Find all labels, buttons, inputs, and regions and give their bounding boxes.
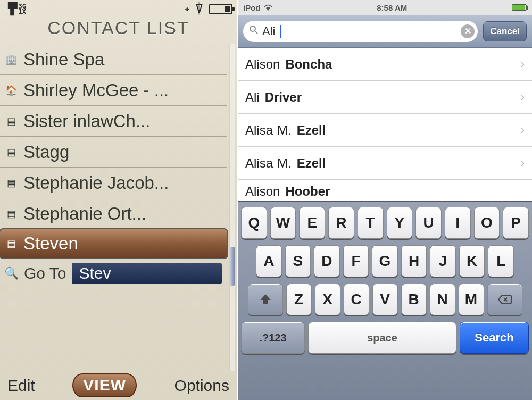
contact-name: Stephanie Ort... — [23, 204, 146, 224]
key-o[interactable]: O — [474, 207, 500, 239]
shift-key[interactable] — [248, 284, 283, 315]
wifi-icon — [264, 3, 272, 12]
key-t[interactable]: T — [358, 207, 384, 239]
contact-name: Stephanie Jacob... — [23, 173, 169, 193]
key-f[interactable]: F — [343, 245, 369, 277]
ipod-screen: iPod 8:58 AM Ali ✕ Cancel Alison Boncha … — [237, 0, 532, 400]
svg-line-1 — [255, 31, 257, 34]
battery-icon — [209, 4, 232, 14]
home-icon: 🏠 — [4, 84, 18, 97]
key-q[interactable]: Q — [241, 207, 267, 239]
search-input[interactable]: Ali ✕ — [243, 21, 478, 42]
bluetooth-icon: ⍒ — [196, 2, 203, 15]
clear-search-icon[interactable]: ✕ — [461, 24, 475, 38]
onscreen-keyboard: QWERTYUIOP ASDFGHJKL ZXCVBNM .?123 space… — [238, 201, 532, 400]
feature-phone-screen: ▝▛ 3G 1X ✥ ⍒ CONTACT LIST 🏢 Shine Spa 🏠 … — [0, 0, 237, 400]
search-results: Alison Boncha › Ali Driver › Alisa M. Ez… — [238, 48, 532, 201]
search-icon: 🔍 — [4, 266, 19, 280]
delete-key[interactable] — [487, 284, 522, 315]
key-a[interactable]: A — [256, 245, 282, 277]
key-x[interactable]: X — [315, 284, 340, 315]
key-n[interactable]: N — [430, 284, 455, 315]
sim-icon: ▤ — [4, 114, 18, 128]
contact-name: Sister inlawCh... — [23, 111, 150, 131]
key-w[interactable]: W — [270, 207, 296, 239]
contact-name: Shirley McGee - ... — [23, 80, 169, 101]
cancel-button[interactable]: Cancel — [483, 21, 527, 41]
contact-name: Shine Spa — [23, 49, 104, 70]
softkey-right[interactable]: Options — [174, 377, 229, 395]
contact-row[interactable]: Alison Hoober — [238, 180, 532, 201]
scrollbar[interactable] — [229, 44, 235, 371]
feature-phone-statusbar: ▝▛ 3G 1X ✥ ⍒ — [0, 0, 237, 18]
key-r[interactable]: R — [328, 207, 354, 239]
key-m[interactable]: M — [459, 284, 484, 315]
search-query: Ali — [262, 24, 275, 38]
sim-icon: ▤ — [4, 237, 18, 251]
softkey-center[interactable]: VIEW — [72, 373, 137, 397]
key-j[interactable]: J — [430, 245, 456, 277]
svg-point-0 — [250, 26, 255, 31]
contact-item[interactable]: ▤ Sister inlawCh... — [0, 106, 227, 137]
sim-icon: ▤ — [4, 176, 18, 190]
contact-item[interactable]: ▤ Stephanie Jacob... — [0, 168, 227, 198]
chevron-right-icon: › — [521, 123, 525, 137]
chevron-right-icon: › — [521, 90, 525, 104]
page-title: CONTACT LIST — [0, 18, 237, 44]
chevron-right-icon: › — [521, 57, 525, 71]
sim-icon: ▤ — [4, 207, 18, 221]
contact-item[interactable]: 🏠 Shirley McGee - ... — [0, 75, 227, 106]
chevron-right-icon: › — [521, 156, 525, 170]
text-cursor — [280, 25, 281, 38]
key-y[interactable]: Y — [387, 207, 413, 239]
contact-name: Steven — [23, 234, 78, 254]
goto-input[interactable]: Stev — [72, 263, 222, 284]
battery-icon — [512, 4, 527, 11]
network-indicator: 3G 1X — [19, 4, 26, 14]
signal-icon: ▝▛ — [4, 2, 16, 15]
softkey-left[interactable]: Edit — [7, 377, 35, 395]
key-b[interactable]: B — [401, 284, 427, 315]
key-g[interactable]: G — [372, 245, 398, 277]
search-icon — [250, 26, 258, 37]
softkey-bar: Edit VIEW Options — [0, 371, 237, 400]
key-v[interactable]: V — [372, 284, 398, 315]
sim-icon: ▤ — [4, 145, 18, 159]
mode-key[interactable]: .?123 — [241, 322, 305, 354]
contact-row[interactable]: Alison Boncha › — [238, 48, 532, 81]
key-p[interactable]: P — [503, 207, 529, 239]
gps-icon: ✥ — [185, 5, 189, 13]
contact-row[interactable]: Alisa M. Ezell › — [238, 114, 532, 147]
key-l[interactable]: L — [488, 245, 514, 277]
search-key[interactable]: Search — [460, 322, 529, 354]
contact-name: Stagg — [23, 142, 69, 162]
key-i[interactable]: I — [445, 207, 471, 239]
building-icon: 🏢 — [4, 53, 18, 66]
key-u[interactable]: U — [415, 207, 442, 239]
key-e[interactable]: E — [299, 207, 325, 239]
key-k[interactable]: K — [459, 245, 485, 277]
clock: 8:58 AM — [377, 3, 407, 12]
contact-item[interactable]: ▤ Stephanie Ort... — [0, 198, 227, 229]
key-c[interactable]: C — [344, 284, 369, 315]
key-s[interactable]: S — [285, 245, 311, 277]
contact-row[interactable]: Alisa M. Ezell › — [238, 147, 532, 180]
search-bar: Ali ✕ Cancel — [238, 15, 532, 48]
contact-row[interactable]: Ali Driver › — [238, 81, 532, 114]
space-key[interactable]: space — [308, 322, 456, 354]
key-z[interactable]: Z — [286, 284, 312, 315]
key-d[interactable]: D — [314, 245, 340, 277]
goto-label: Go To — [24, 264, 66, 282]
ios-statusbar: iPod 8:58 AM — [238, 0, 532, 15]
contact-item[interactable]: 🏢 Shine Spa — [0, 44, 227, 75]
key-h[interactable]: H — [401, 245, 427, 277]
carrier-label: iPod — [243, 3, 261, 12]
contact-list: 🏢 Shine Spa 🏠 Shirley McGee - ... ▤ Sist… — [0, 44, 237, 371]
contact-item[interactable]: ▤ Stagg — [0, 137, 227, 168]
contact-item-selected[interactable]: ▤ Steven — [0, 228, 228, 259]
goto-row: 🔍 Go To Stev — [0, 258, 227, 289]
